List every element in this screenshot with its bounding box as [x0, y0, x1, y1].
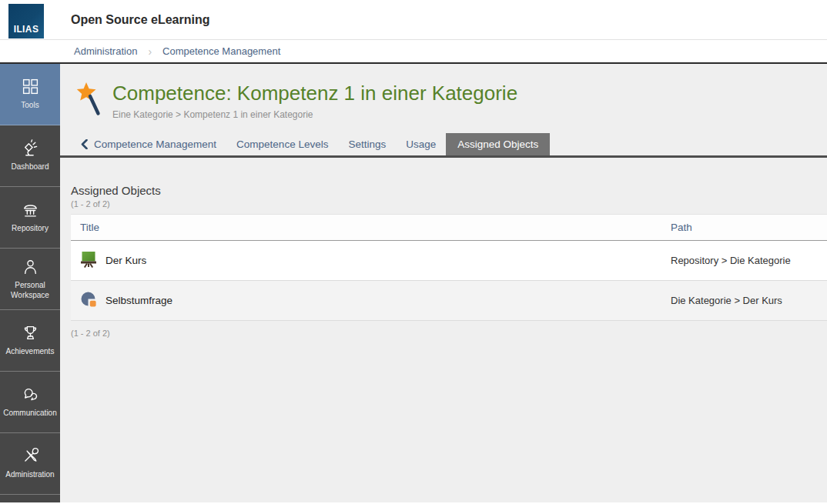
- tab-back-competence-management[interactable]: Competence Management: [71, 133, 226, 155]
- tab-label: Competence Management: [94, 139, 216, 150]
- tab-usage[interactable]: Usage: [396, 133, 446, 155]
- app-title: Open Source eLearning: [71, 13, 209, 27]
- column-header-title[interactable]: Title: [71, 215, 664, 240]
- assigned-objects-section: Assigned Objects (1 - 2 of 2) Title Path: [60, 158, 827, 338]
- row-title: Der Kurs: [105, 255, 146, 266]
- page-header: Competence: Kompetenz 1 in einer Kategor…: [60, 64, 827, 121]
- ilias-logo[interactable]: ILIAS: [8, 4, 44, 38]
- breadcrumb-separator-icon: ›: [148, 45, 152, 58]
- table-row: Selbstumfrage Die Kategorie > Der Kurs: [71, 281, 827, 321]
- tab-assigned-objects[interactable]: Assigned Objects: [446, 133, 550, 155]
- page-subtitle: Eine Kategorie > Kompetenz 1 in einer Ka…: [112, 109, 517, 120]
- sidebar-item-tools[interactable]: Tools: [0, 64, 60, 125]
- tab-bar: Competence Management Competence Levels …: [60, 133, 827, 158]
- section-heading: Assigned Objects: [71, 184, 827, 197]
- main-sidebar: Tools Dashboard: [0, 64, 60, 502]
- course-icon: [80, 251, 97, 270]
- main-content: Competence: Kompetenz 1 in einer Kategor…: [60, 64, 827, 502]
- achievements-icon: [22, 324, 39, 342]
- row-path: Repository > Die Kategorie: [664, 255, 827, 266]
- page-title: Competence: Kompetenz 1 in einer Kategor…: [112, 82, 517, 105]
- sidebar-item-label: Communication: [0, 409, 59, 419]
- sidebar-item-label: Personal Workspace: [0, 281, 60, 300]
- dashboard-icon: [22, 139, 39, 157]
- sidebar-item-label: Repository: [8, 224, 52, 234]
- breadcrumb: Administration › Competence Management: [0, 40, 827, 64]
- magic-wand-icon: [76, 82, 104, 121]
- sidebar-item-partial[interactable]: [0, 495, 60, 502]
- table-header-row: Title Path: [71, 214, 827, 241]
- assigned-objects-table: Title Path: [71, 214, 827, 321]
- row-title: Selbstumfrage: [105, 295, 172, 306]
- tab-settings[interactable]: Settings: [338, 133, 396, 155]
- column-header-path[interactable]: Path: [664, 215, 827, 240]
- survey-icon: [80, 291, 97, 310]
- table-row: Der Kurs Repository > Die Kategorie: [71, 241, 827, 281]
- sidebar-item-label: Dashboard: [8, 162, 52, 172]
- tab-competence-levels[interactable]: Competence Levels: [226, 133, 338, 155]
- app-window: ILIAS Open Source eLearning Administrati…: [0, 0, 827, 504]
- sidebar-item-communication[interactable]: Communication: [0, 372, 60, 433]
- range-info-top: (1 - 2 of 2): [71, 199, 827, 209]
- sidebar-item-administration[interactable]: Administration: [0, 433, 60, 495]
- top-header: ILIAS Open Source eLearning: [0, 0, 827, 40]
- administration-icon: [22, 447, 39, 465]
- sidebar-item-repository[interactable]: Repository: [0, 187, 60, 249]
- row-path: Die Kategorie > Der Kurs: [664, 295, 827, 306]
- back-chevron-icon: [81, 139, 88, 149]
- sidebar-item-dashboard[interactable]: Dashboard: [0, 125, 60, 187]
- breadcrumb-competence-management[interactable]: Competence Management: [162, 45, 280, 57]
- sidebar-item-label: Achievements: [3, 347, 58, 357]
- communication-icon: [22, 386, 39, 403]
- sidebar-item-label: Administration: [2, 470, 57, 480]
- sidebar-item-personal-workspace[interactable]: Personal Workspace: [0, 249, 60, 310]
- sidebar-item-label: Tools: [18, 101, 42, 111]
- repository-icon: [22, 201, 39, 219]
- personal-workspace-icon: [22, 258, 39, 275]
- sidebar-item-achievements[interactable]: Achievements: [0, 310, 60, 372]
- range-info-bottom: (1 - 2 of 2): [71, 329, 827, 338]
- logo-text: ILIAS: [14, 24, 39, 35]
- breadcrumb-administration[interactable]: Administration: [74, 45, 137, 57]
- tools-icon: [22, 78, 39, 95]
